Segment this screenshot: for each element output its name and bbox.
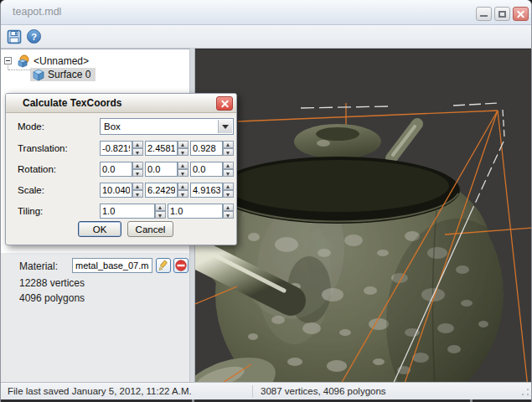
translation-label: Translation: — [18, 141, 68, 156]
tree-collapse-icon[interactable] — [4, 57, 12, 64]
save-icon — [7, 29, 22, 44]
resize-grip[interactable] — [521, 388, 529, 396]
translation-x-stepper — [100, 141, 143, 156]
toolbar: ? — [1, 25, 531, 49]
last-saved-text: File last saved January 5, 2012, 11:22 A… — [8, 386, 192, 396]
tree-item-root[interactable]: <Unnamed> — [1, 54, 189, 68]
spin-up-icon[interactable] — [223, 204, 234, 211]
translation-y-input[interactable] — [145, 141, 178, 156]
status-divider — [252, 385, 253, 398]
material-edit-button[interactable] — [156, 258, 171, 273]
translation-y-stepper — [145, 141, 189, 156]
spin-down-icon[interactable] — [132, 190, 143, 198]
rotation-x-stepper — [100, 162, 143, 177]
material-label: Material: — [19, 260, 58, 272]
spin-up-icon[interactable] — [178, 183, 189, 190]
tiling-u-input[interactable] — [100, 204, 155, 219]
cancel-button[interactable]: Cancel — [127, 221, 173, 237]
spin-down-icon[interactable] — [223, 211, 234, 219]
save-button[interactable] — [7, 29, 22, 44]
title-bar[interactable]: teapot.mdl — [1, 0, 531, 25]
scale-x-stepper — [100, 183, 143, 198]
spin-up-icon[interactable] — [223, 141, 234, 148]
rotation-y-input[interactable] — [145, 162, 178, 177]
dialog-title: Calculate TexCoords — [23, 97, 121, 109]
tree-item-label: Surface 0 — [48, 69, 90, 80]
viewport-3d[interactable] — [195, 49, 532, 382]
spin-up-icon[interactable] — [223, 162, 234, 169]
spin-up-icon[interactable] — [223, 183, 234, 190]
calculate-texcoords-dialog: Calculate TexCoords Mode: Box Translatio… — [5, 93, 237, 245]
model-root-icon — [17, 54, 30, 68]
spin-down-icon[interactable] — [178, 169, 189, 177]
minimize-button[interactable] — [476, 7, 492, 21]
tiling-v-stepper — [168, 204, 234, 219]
ok-button[interactable]: OK — [78, 221, 121, 237]
spin-down-icon[interactable] — [223, 148, 234, 156]
scale-y-input[interactable] — [145, 183, 178, 198]
vertices-count: 12288 vertices — [19, 277, 85, 289]
spin-down-icon[interactable] — [223, 169, 234, 177]
dialog-title-bar[interactable]: Calculate TexCoords — [6, 94, 236, 113]
rotation-y-stepper — [145, 162, 189, 177]
teapot-render — [195, 49, 532, 383]
mode-select[interactable]: Box — [100, 118, 234, 135]
maximize-button[interactable] — [494, 7, 510, 21]
material-remove-button[interactable] — [173, 258, 189, 273]
scale-z-stepper — [190, 183, 234, 198]
spin-up-icon[interactable] — [178, 141, 189, 148]
scale-label: Scale: — [18, 183, 44, 198]
rotation-z-stepper — [190, 162, 234, 177]
translation-x-input[interactable] — [100, 141, 132, 156]
dialog-close-button[interactable] — [216, 96, 233, 111]
scale-y-stepper — [145, 183, 189, 198]
pencil-icon — [157, 259, 170, 272]
maximize-icon — [498, 11, 506, 18]
scale-x-input[interactable] — [100, 183, 132, 198]
tiling-label: Tiling: — [18, 204, 43, 219]
spin-up-icon[interactable] — [155, 204, 166, 211]
spin-up-icon[interactable] — [132, 141, 143, 148]
translation-z-stepper — [190, 141, 234, 156]
rotation-label: Rotation: — [18, 162, 56, 177]
spin-up-icon[interactable] — [132, 162, 143, 169]
application-window: teapot.mdl ? — [0, 0, 532, 402]
material-input[interactable] — [72, 258, 152, 273]
status-bar: File last saved January 5, 2012, 11:22 A… — [1, 382, 531, 399]
spin-up-icon[interactable] — [178, 162, 189, 169]
chevron-down-icon[interactable] — [218, 120, 232, 133]
scale-z-input[interactable] — [190, 183, 223, 198]
spin-down-icon[interactable] — [178, 190, 189, 198]
tiling-v-input[interactable] — [168, 204, 223, 219]
mode-value: Box — [104, 121, 121, 131]
help-icon: ? — [27, 29, 41, 44]
surface-icon — [32, 68, 45, 81]
translation-z-input[interactable] — [190, 141, 223, 156]
minimize-icon — [480, 15, 488, 17]
polygons-count: 4096 polygons — [19, 292, 85, 304]
spin-down-icon[interactable] — [155, 211, 166, 219]
spin-up-icon[interactable] — [132, 183, 143, 190]
help-button[interactable]: ? — [27, 29, 42, 44]
mode-label: Mode: — [18, 119, 44, 134]
tree-item-surface[interactable]: Surface 0 — [1, 68, 189, 81]
window-title: teapot.mdl — [13, 6, 61, 18]
spin-down-icon[interactable] — [132, 148, 143, 156]
model-stats-text: 3087 vertices, 4096 polygons — [261, 386, 386, 396]
spin-down-icon[interactable] — [223, 190, 234, 198]
remove-icon — [174, 259, 188, 272]
rotation-x-input[interactable] — [100, 162, 132, 177]
spin-down-icon[interactable] — [178, 148, 189, 156]
rotation-z-input[interactable] — [190, 162, 223, 177]
spin-down-icon[interactable] — [132, 169, 143, 177]
close-button[interactable] — [513, 7, 529, 21]
tree-item-label: <Unnamed> — [34, 55, 89, 67]
tiling-u-stepper — [100, 204, 166, 219]
